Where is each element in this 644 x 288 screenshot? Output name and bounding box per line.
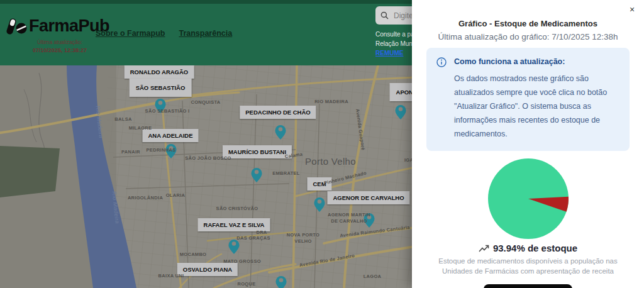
- street-name-label: ROQUE: [237, 281, 255, 287]
- street-name-label: EMBRATEL: [272, 170, 300, 176]
- street-name-label: PEDRINHAS: [147, 147, 176, 153]
- stat-caption: Estoque de medicamentos disponíveis a po…: [431, 257, 626, 276]
- street-name-label: BAIXA UNI: [158, 273, 184, 279]
- map-label-pedacinho-de-chao[interactable]: PEDACINHO DE CHÃO: [240, 106, 316, 119]
- last-update-label: Última atualização:: [19, 39, 101, 45]
- pie-chart: [412, 157, 644, 240]
- street-name-label: SÃO CRISTÓVÃO: [216, 206, 258, 211]
- pills-icon: [6, 17, 28, 36]
- map-label-sao-sebastiao[interactable]: SÃO SEBASTIÃO: [130, 79, 192, 97]
- last-update-value: 07/10/2025, 12:38:27: [19, 47, 101, 53]
- map-label-agenor-de-carvalho[interactable]: AGENOR DE CARVALHO: [327, 191, 409, 204]
- city-map[interactable]: RONALDO ARAGÃOSÃO SEBASTIÃOAPONIÃANA ADE…: [0, 65, 412, 288]
- info-icon: [436, 57, 447, 70]
- street-name-label: ARIGOLÂNDIA: [128, 195, 163, 201]
- street-name-label: LAGOA: [364, 274, 382, 279]
- map-label-ronaldo-aragao[interactable]: RONALDO ARAGÃO: [125, 65, 194, 79]
- main-nav: Sobre o Farmapub Transparência: [96, 29, 232, 38]
- map-label-osvaldo-piana[interactable]: OSVALDO PIANA: [177, 263, 238, 276]
- street-name-label: AGENOR MARTIN: [328, 212, 370, 218]
- app-window: FarmaPub Última atualização: 07/10/2025,…: [0, 0, 644, 288]
- street-name-label: DRA: [256, 230, 267, 235]
- street-name-label: SÃO SEBASTIÃO I: [145, 108, 190, 114]
- panel-title: Gráfico - Estoque de Medicamentos: [412, 19, 644, 28]
- nav-transparencia-link[interactable]: Transparência: [179, 29, 232, 38]
- remume-link[interactable]: REMUME: [375, 50, 403, 57]
- trending-up-icon: [479, 244, 489, 253]
- consult-line-2: Relação Munic: [375, 39, 417, 48]
- search-icon: [380, 11, 389, 19]
- street-name-label: NOVA PORTO: [287, 232, 319, 238]
- street-name-label: OLARIA: [166, 192, 186, 198]
- panel-subtitle: Última atualização do gráfico: 7/10/2025…: [412, 32, 644, 42]
- update-chart-button[interactable]: Atualizar Gráfico: [484, 284, 572, 288]
- nav-sobre-link[interactable]: Sobre o Farmapub: [96, 29, 165, 38]
- street-name-label: VELHO: [294, 238, 311, 244]
- chart-panel: × Gráfico - Estoque de Medicamentos Últi…: [412, 0, 644, 288]
- street-name-label: CONQUISTA: [191, 99, 220, 105]
- header-last-update: Última atualização: 07/10/2025, 12:38:27: [19, 39, 101, 53]
- consult-line-1: Consulte a pa: [375, 30, 417, 39]
- logo[interactable]: FarmaPub: [6, 16, 109, 36]
- map-label-mauricio-bustani[interactable]: MAURÍCIO BUSTANI: [223, 145, 292, 158]
- street-name-label: IGA: [404, 157, 412, 163]
- close-icon[interactable]: ×: [626, 4, 638, 15]
- street-name-label: MILAGRE: [129, 125, 152, 131]
- info-box: Como funciona a atualização: Os dados mo…: [426, 48, 630, 151]
- street-name-label: BALSA: [114, 116, 131, 122]
- map-label-aponia[interactable]: APONIÃ: [390, 83, 412, 101]
- consult-block: Consulte a pa Relação Munic REMUME: [375, 30, 417, 58]
- stat-value: 93.94% de estoque: [493, 243, 577, 253]
- street-name-label: DAS GRAÇAS: [236, 235, 270, 241]
- street-name-label: MATO GROSSO: [223, 258, 261, 264]
- stat-line: 93.94% de estoque: [412, 243, 644, 253]
- street-name-label: DE CARVALHO: [331, 218, 367, 224]
- street-name-label: PANAIR: [121, 149, 140, 155]
- street-name-label: RIO MADEIRA: [314, 99, 348, 104]
- map-label-ana-adelaide[interactable]: ANA ADELAIDE: [142, 129, 198, 142]
- info-body: Os dados mostrados neste gráfico são atu…: [454, 72, 618, 141]
- street-name-label: MOCAMBO: [180, 252, 207, 257]
- street-name-label: SÃO JOÃO BOSCO: [185, 155, 231, 161]
- city-name-label: Porto Velho: [305, 156, 356, 167]
- info-heading: Como funciona a atualização:: [454, 57, 618, 66]
